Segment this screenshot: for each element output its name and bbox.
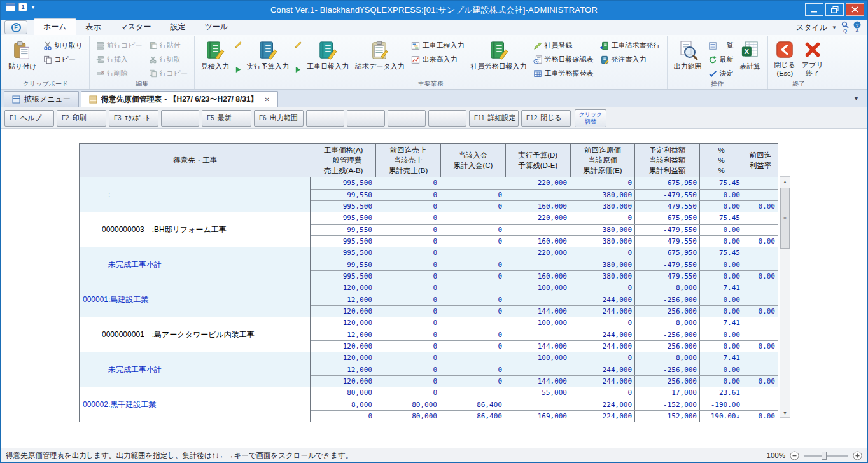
employee-register-button[interactable]: 社員登録 [530, 39, 597, 52]
scrollbar-thumb[interactable]: ≡ [780, 188, 790, 249]
customer-column-header[interactable]: 得意先・工事 [80, 144, 311, 177]
window-icon[interactable] [6, 3, 15, 11]
scroll-down-icon[interactable]: ▼ [780, 408, 790, 417]
search-hint[interactable]: Q [841, 21, 849, 34]
grid-row[interactable]: 80,000055,000017,00023.61 [311, 387, 778, 399]
zoom-slider[interactable] [804, 455, 848, 457]
estimate-input-button[interactable]: 見積入力 [198, 38, 232, 79]
customer-cell[interactable]: 0000000001 :島アークタワービル内装工事 [80, 317, 311, 352]
customer-cell[interactable]: 未完成工事小計 [80, 352, 311, 387]
fkey-f2-button[interactable]: F2印刷 [57, 110, 106, 127]
grid-row[interactable]: 120,0000100,00008,0007.41 [311, 317, 778, 329]
progress-input-button[interactable]: 出来高入力 [408, 53, 468, 66]
grid-row[interactable]: 99,55000380,000-479,5500.00 [311, 189, 778, 200]
scroll-up-icon[interactable]: ▲ [780, 177, 790, 186]
zoom-slider-thumb[interactable] [822, 452, 827, 460]
fkey-f11-button[interactable]: F11詳細設定 [469, 110, 519, 127]
customer-cell[interactable]: 000001:島建設工業 [80, 282, 311, 317]
column-header[interactable]: 工事価格(A)一般管理費売上残(A-B) [311, 144, 376, 177]
zoom-out-icon[interactable] [790, 451, 799, 460]
grid-row[interactable]: 99,55000380,000-479,5500.00 [311, 259, 778, 270]
grid-row[interactable]: 120,00000-144,000244,000-256,0000.000.00 [311, 305, 778, 317]
vertical-scrollbar[interactable]: ▲ ≡ ▼ [780, 176, 790, 418]
column-header[interactable]: 前回迄原価当該原価累計原価(E) [571, 144, 636, 177]
invoice-issue-button[interactable]: 工事請求書発行 [597, 39, 664, 52]
row-delete-button[interactable]: 行削除 [93, 67, 146, 80]
grid-row[interactable]: 080,00086,400-169,000224,000-152,000-190… [311, 410, 778, 422]
grid-row[interactable]: 120,00000-144,000244,000-256,0000.000.00 [311, 340, 778, 352]
row-cut-button[interactable]: 行切取 [146, 53, 192, 66]
process-input-button[interactable]: 工事工程入力 [408, 39, 468, 52]
fkey-blank-8[interactable] [347, 110, 385, 127]
tab-extended-menu[interactable]: 拡張メニュー [4, 91, 79, 107]
grid-row[interactable]: 995,5000220,0000675,95075.45 [311, 247, 778, 259]
fkey-f5-button[interactable]: F5最新 [202, 110, 251, 127]
click-switch-button[interactable]: クリック 切替 [575, 109, 606, 127]
billing-data-input-button[interactable]: 請求データ入力 [352, 38, 408, 79]
purchase-order-input-button[interactable]: 発注書入力 [597, 53, 664, 66]
output-range-button[interactable]: 出力範囲 [671, 38, 705, 79]
quick-access-dropdown-icon[interactable]: ▼ [31, 4, 36, 10]
app-exit-button[interactable]: アプリ 終了 [799, 38, 827, 79]
tab-cost-report[interactable]: 得意先原価管理表 - 【H27/ 6/23〜H27/ 8/31】 ✕ [81, 91, 278, 107]
quick-access-1-button[interactable]: 1 [18, 3, 27, 11]
column-header[interactable]: %%% [700, 144, 743, 177]
prev-row-copy-button[interactable]: 前行コピー [93, 39, 146, 52]
close-window-button[interactable] [846, 3, 864, 16]
customer-cell[interactable]: 0000000003 :BH邸リフォーム工事 [80, 212, 311, 247]
file-button[interactable]: F [4, 20, 27, 34]
paste-button[interactable]: 貼り付け [5, 38, 40, 79]
flag-icon[interactable] [235, 66, 242, 73]
grid-row[interactable]: 120,00000-144,000244,000-256,0000.000.00 [311, 375, 778, 387]
style-caret-icon[interactable]: ▼ [832, 25, 837, 31]
cut-button[interactable]: 切り取り [40, 39, 87, 52]
column-header[interactable]: 前回迄利益率 [743, 144, 778, 177]
tab-view[interactable]: 表示 [76, 18, 111, 35]
grid-row[interactable]: 120,0000100,00008,0007.41 [311, 282, 778, 294]
list-button[interactable]: 一覧 [705, 39, 737, 52]
labor-daily-input-button[interactable]: 社員労務日報入力 [468, 38, 530, 79]
row-paste-button[interactable]: 行貼付 [146, 39, 192, 52]
minimize-button[interactable] [805, 3, 823, 16]
latest-button[interactable]: 最新 [705, 53, 737, 66]
grid-row[interactable]: 12,00000244,000-256,0000.00 [311, 364, 778, 375]
fkey-f6-button[interactable]: F6出力範囲 [254, 110, 304, 127]
tab-overflow-icon[interactable]: ▼ [853, 95, 864, 102]
grid-row[interactable]: 995,5000220,0000675,95075.45 [311, 212, 778, 224]
decide-button[interactable]: 決定 [705, 67, 737, 80]
grid-row[interactable]: 12,00000244,000-256,0000.00 [311, 329, 778, 340]
column-header[interactable]: 当該入金累計入金(C) [441, 144, 506, 177]
spreadsheet-button[interactable]: X 表計算 [737, 38, 764, 79]
grid-row[interactable]: 995,50000-160,000380,000-479,5500.000.00 [311, 235, 778, 247]
site-daily-input-button[interactable]: 工事日報入力 [304, 38, 352, 79]
grid-row[interactable]: 99,55000380,000-479,5500.00 [311, 224, 778, 235]
style-dropdown[interactable]: スタイル [796, 22, 827, 33]
grid-row[interactable]: 8,00080,00086,400224,000-152,000-190.00 [311, 399, 778, 410]
column-header[interactable]: 前回迄売上当該売上累計売上(B) [376, 144, 441, 177]
flag-icon[interactable] [295, 66, 302, 73]
copy-button[interactable]: コピー [40, 53, 87, 66]
row-insert-button[interactable]: 行挿入 [93, 53, 146, 66]
fkey-blank-7[interactable] [306, 110, 344, 127]
column-header[interactable]: 予定利益額当該利益額累計利益額 [635, 144, 700, 177]
column-header[interactable]: 実行予算(D)予算残(D-E) [506, 144, 571, 177]
restore-button[interactable] [825, 3, 844, 16]
fkey-blank-4[interactable] [161, 110, 199, 127]
budget-input-button[interactable]: 実行予算入力 [244, 38, 292, 79]
customer-cell[interactable]: 未完成工事小計 [80, 247, 311, 282]
fkey-blank-9[interactable] [388, 110, 426, 127]
fkey-f3-button[interactable]: F3ｴｸｽﾎﾟｰﾄ [109, 110, 158, 127]
grid-row[interactable]: 995,5000220,0000675,95075.45 [311, 177, 778, 189]
help-hint[interactable]: ? A [853, 21, 861, 34]
fkey-f12-button[interactable]: F12閉じる [521, 110, 571, 127]
grid-row[interactable]: 12,00000244,000-256,0000.00 [311, 294, 778, 305]
close-screen-button[interactable]: 閉じる (Esc) [771, 38, 799, 79]
row-copy-button[interactable]: 行コピー [146, 67, 192, 80]
grid-row[interactable]: 120,0000100,00008,0007.41 [311, 352, 778, 364]
zoom-in-icon[interactable] [853, 451, 862, 460]
labor-confirm-button[interactable]: 労務日報確認表 [530, 53, 597, 66]
labor-transfer-button[interactable]: 工事労務振替表 [530, 67, 597, 80]
tab-master[interactable]: マスター [111, 18, 161, 35]
grid-row[interactable]: 995,50000-160,000380,000-479,5500.000.00 [311, 270, 778, 282]
tab-home[interactable]: ホーム [34, 18, 76, 35]
